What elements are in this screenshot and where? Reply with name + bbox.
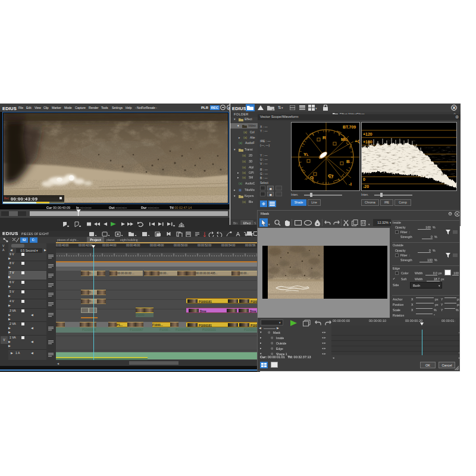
svg-text:0: 0 xyxy=(363,177,365,181)
svg-text:CY: CY xyxy=(328,173,334,178)
svg-text:-20: -20 xyxy=(363,184,369,189)
svg-text:MG: MG xyxy=(341,137,348,142)
svg-text:BT.709: BT.709 xyxy=(343,125,356,129)
svg-text:B: B xyxy=(346,159,350,164)
svg-text:+100: +100 xyxy=(363,140,372,144)
svg-text:-I: -I xyxy=(349,181,352,187)
svg-text:R: R xyxy=(322,135,326,140)
svg-text:G: G xyxy=(310,175,314,180)
svg-text:+120: +120 xyxy=(363,132,372,136)
svg-text:+Q: +Q xyxy=(355,139,359,144)
svg-text:YL: YL xyxy=(303,152,309,157)
